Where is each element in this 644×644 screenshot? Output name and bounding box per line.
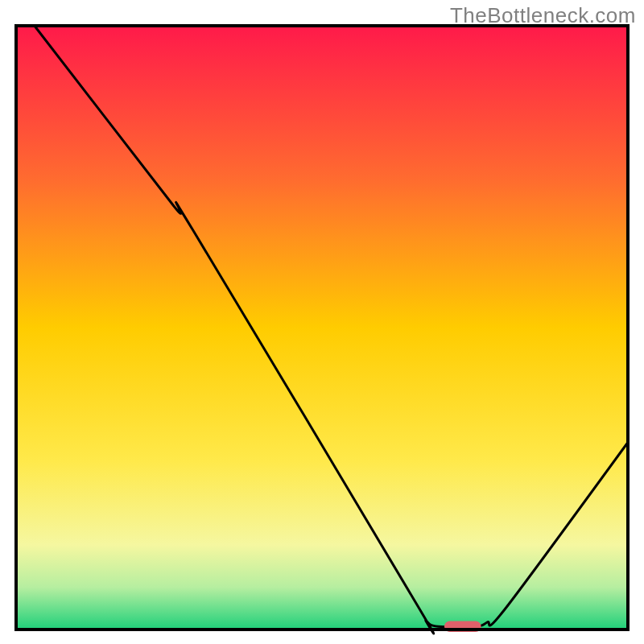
chart-stage: TheBottleneck.com bbox=[0, 0, 644, 644]
bottleneck-chart bbox=[0, 0, 644, 644]
plot-background bbox=[16, 26, 628, 630]
attribution-label: TheBottleneck.com bbox=[450, 3, 636, 28]
